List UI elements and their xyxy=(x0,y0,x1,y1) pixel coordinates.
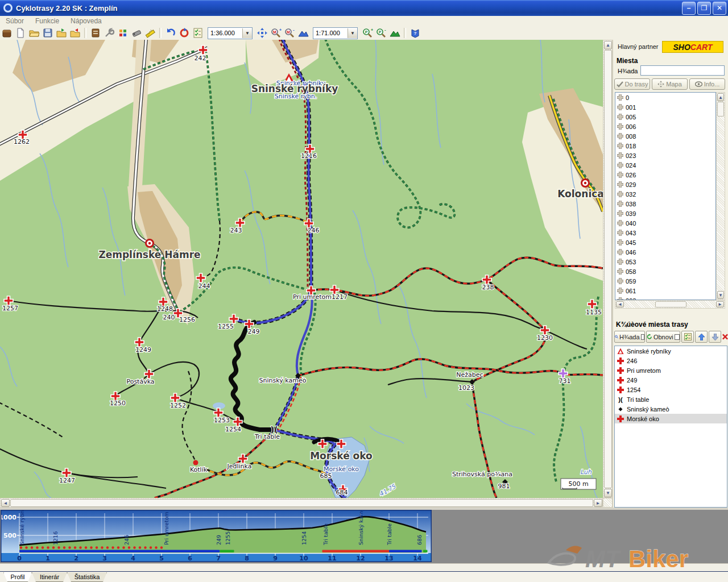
wrench-button[interactable] xyxy=(102,27,116,39)
mountains-green-button[interactable] xyxy=(388,27,402,39)
places-list[interactable]: 0001005006008018023024026029032038039040… xyxy=(615,92,716,300)
list-item[interactable]: 046 xyxy=(615,247,715,257)
mountains-blue-button[interactable] xyxy=(296,27,310,39)
key-tasks-button[interactable] xyxy=(681,331,694,343)
archive-button[interactable] xyxy=(0,27,14,39)
list-item[interactable]: 058 xyxy=(615,267,715,276)
help-book-button[interactable]: ? xyxy=(408,27,422,39)
key-place-row[interactable]: )(Tri table xyxy=(615,394,727,404)
list-item[interactable]: 026 xyxy=(615,170,715,180)
export-folder-button[interactable] xyxy=(68,27,82,39)
list-item[interactable]: 018 xyxy=(615,141,715,151)
menu-funkcie[interactable]: Funkcie xyxy=(30,17,65,25)
tab-itinerar[interactable]: Itinerár xyxy=(32,572,67,582)
dropdown-arrow-icon[interactable]: ▼ xyxy=(242,28,252,38)
list-item[interactable]: 061 xyxy=(615,286,715,296)
key-place-row[interactable]: 249 xyxy=(615,375,727,385)
close-button[interactable]: ✕ xyxy=(713,2,726,15)
key-find-button[interactable]: H¾ada xyxy=(614,331,645,343)
map-vscrollbar[interactable]: ▲ ▼ xyxy=(603,40,613,498)
places-vscrollbar[interactable]: ▲ ▼ xyxy=(716,92,725,300)
key-place-row[interactable]: Pri umretom xyxy=(615,365,727,375)
mapa-button[interactable]: Mapa xyxy=(652,78,688,90)
places-hscroll-right-arrow-icon[interactable]: ► xyxy=(716,301,724,307)
places-hscrollbar[interactable]: ◄ ► xyxy=(615,300,725,309)
menu-subor[interactable]: Súbor xyxy=(0,17,30,25)
ruler-button[interactable] xyxy=(143,27,157,39)
zoom-out-m-button[interactable]: M- xyxy=(283,27,296,39)
places-vscroll-thumb[interactable] xyxy=(717,102,724,117)
places-vscroll-down-arrow-icon[interactable]: ▼ xyxy=(717,291,724,299)
grid-button[interactable] xyxy=(116,27,130,39)
tab-profil[interactable]: Profil xyxy=(3,572,32,582)
gps-button[interactable] xyxy=(130,27,143,39)
list-item[interactable]: 059 xyxy=(615,276,715,286)
map-viewport[interactable]: 500 m )( Sninské rybníkySninské rybníkyS… xyxy=(0,40,603,498)
zoom-in-m-button[interactable]: M+ xyxy=(269,27,283,39)
key-refresh-checkbox[interactable] xyxy=(675,334,680,340)
key-delete-button[interactable] xyxy=(722,331,728,343)
list-item[interactable]: 053 xyxy=(615,257,715,267)
town-marker[interactable] xyxy=(146,240,154,247)
list-item[interactable]: 043 xyxy=(615,228,715,238)
list-item[interactable]: 001 xyxy=(615,102,715,112)
new-file-button[interactable] xyxy=(14,27,27,39)
undo-button[interactable] xyxy=(164,27,177,39)
save-button[interactable] xyxy=(41,27,55,39)
elevation-profile[interactable]: Sninské rybn1216246Pri umretom2491255125… xyxy=(1,510,432,562)
map-scale-select[interactable]: 1:36.000▼ xyxy=(208,27,253,39)
town-marker[interactable] xyxy=(582,180,589,187)
list-item[interactable]: 005 xyxy=(615,112,715,122)
map-hscroll-left-arrow-icon[interactable]: ◄ xyxy=(1,499,10,507)
places-hscroll-left-arrow-icon[interactable]: ◄ xyxy=(616,301,624,307)
key-place-row[interactable]: Morské oko xyxy=(615,414,727,423)
search-input[interactable] xyxy=(640,65,725,76)
map-vscroll-down-arrow-icon[interactable]: ▼ xyxy=(604,489,612,497)
map-hscrollbar[interactable]: ◄ ► xyxy=(0,498,603,508)
address-book-button[interactable] xyxy=(89,27,102,39)
minimize-button[interactable]: – xyxy=(682,2,696,15)
map-vscroll-thumb[interactable] xyxy=(604,50,612,488)
tab-statistika[interactable]: Štatistika xyxy=(67,572,107,582)
map-canvas[interactable]: 500 m )( Sninské rybníkySninské rybníkyS… xyxy=(0,40,603,498)
menu-napoveda[interactable]: Nápoveda xyxy=(65,17,107,25)
places-hscroll-thumb[interactable] xyxy=(655,301,686,307)
key-refresh-button[interactable]: Obnovi xyxy=(646,331,680,343)
pan-button[interactable] xyxy=(255,27,269,39)
dropdown-arrow-icon[interactable]: ▼ xyxy=(348,28,357,38)
list-item[interactable]: 040 xyxy=(615,218,715,228)
list-item[interactable]: 0 xyxy=(615,93,715,102)
import-folder-button[interactable] xyxy=(55,27,68,39)
open-folder-button[interactable] xyxy=(27,27,41,39)
map-hscroll-right-arrow-icon[interactable]: ► xyxy=(594,499,602,507)
map-hscroll-thumb[interactable] xyxy=(10,499,593,507)
list-item[interactable]: 032 xyxy=(615,189,715,199)
places-vscroll-up-arrow-icon[interactable]: ▲ xyxy=(717,93,724,101)
list-item[interactable]: 063 xyxy=(615,296,715,300)
restore-button[interactable]: ❐ xyxy=(697,2,711,15)
key-move-down-button[interactable] xyxy=(709,331,721,343)
zoom-out-p-button[interactable]: P- xyxy=(374,27,388,39)
list-item[interactable]: 024 xyxy=(615,160,715,170)
key-place-row[interactable]: 246 xyxy=(615,356,727,365)
list-item[interactable]: 023 xyxy=(615,151,715,160)
redo-button[interactable] xyxy=(177,27,191,39)
zoom-in-p-button[interactable]: P+ xyxy=(361,27,374,39)
list-item[interactable]: 029 xyxy=(615,180,715,189)
list-item[interactable]: 045 xyxy=(615,238,715,247)
list-item[interactable]: 038 xyxy=(615,199,715,209)
key-places-list[interactable]: Sninské rybníky246Pri umretom2491254)(Tr… xyxy=(614,346,727,508)
map-vscroll-up-arrow-icon[interactable]: ▲ xyxy=(604,41,612,49)
key-move-up-button[interactable] xyxy=(695,331,708,343)
key-place-row[interactable]: 1254 xyxy=(615,385,727,394)
profile-scale-select[interactable]: 1:71.000▼ xyxy=(313,27,358,39)
list-item[interactable]: 006 xyxy=(615,122,715,131)
tasks-button[interactable] xyxy=(191,27,205,39)
list-item[interactable]: 008 xyxy=(615,131,715,141)
key-place-row[interactable]: Sninský kameò xyxy=(615,404,727,414)
key-place-row[interactable]: Sninské rybníky xyxy=(615,346,727,356)
key-find-checkbox[interactable] xyxy=(641,334,644,340)
list-item[interactable]: 039 xyxy=(615,209,715,218)
do-trasy-button[interactable]: Do trasy xyxy=(614,78,650,90)
shocart-logo[interactable]: SHOCART xyxy=(662,41,723,53)
